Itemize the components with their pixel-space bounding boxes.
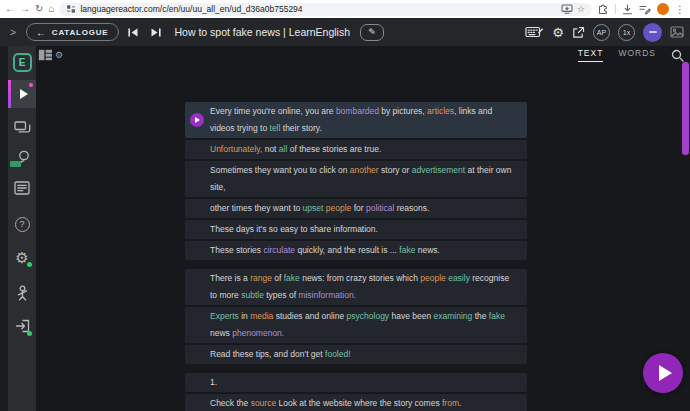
sidebar-item-account[interactable] — [11, 283, 33, 303]
account-status-button[interactable] — [643, 23, 662, 42]
highlighted-word[interactable]: articles — [427, 106, 454, 116]
highlighted-word[interactable]: examining — [434, 311, 473, 321]
sidebar-item-help[interactable]: ? — [11, 214, 33, 234]
catalogue-button[interactable]: ← CATALOGUE — [26, 23, 119, 41]
subtitle-line[interactable]: 1. — [185, 373, 527, 392]
extensions-puzzle-icon[interactable] — [597, 3, 609, 15]
status-dot — [27, 262, 32, 267]
browser-forward-icon[interactable]: → — [20, 4, 30, 14]
highlighted-word[interactable]: another — [350, 165, 379, 175]
bookmark-star-icon[interactable]: ☆ — [577, 4, 585, 14]
next-video-button[interactable] — [147, 25, 165, 40]
subtitle-settings-button[interactable] — [525, 25, 544, 39]
highlighted-word[interactable]: circulate — [263, 245, 295, 255]
subtitle-list: Every time you're online, you are bombar… — [185, 102, 527, 411]
highlighted-word[interactable]: range — [250, 273, 272, 283]
subtitle-line[interactable]: Sometimes they want you to click on anot… — [185, 161, 527, 197]
subtitle-line[interactable]: These stories circulate quickly, and the… — [185, 241, 527, 260]
screenshot-button[interactable] — [670, 26, 684, 38]
subtitle-line[interactable]: Experts in media studies and online psyc… — [185, 307, 527, 343]
highlighted-word[interactable]: Experts — [210, 311, 239, 321]
current-line-play-icon[interactable] — [190, 113, 204, 127]
subtitle-keyboard-icon — [525, 25, 544, 39]
text-token: reasons. — [394, 203, 429, 213]
playback-speed-button[interactable]: 1x — [618, 24, 635, 41]
highlighted-word[interactable]: from — [442, 398, 459, 408]
browser-reload-icon[interactable]: ↻ — [35, 4, 43, 14]
highlighted-word[interactable]: upset — [303, 203, 324, 213]
highlighted-word[interactable]: political — [366, 203, 394, 213]
sidebar-item-text-list[interactable] — [11, 178, 33, 198]
play-fab-button[interactable] — [643, 353, 683, 393]
tab-words[interactable]: WORDS — [618, 48, 656, 61]
previous-video-button[interactable] — [124, 25, 142, 40]
reading-list-icon[interactable] — [639, 4, 651, 15]
toolbar-divider — [615, 4, 616, 14]
highlighted-word[interactable]: people — [420, 273, 446, 283]
highlighted-word[interactable]: misinformation. — [298, 290, 356, 300]
profile-avatar[interactable] — [657, 3, 669, 15]
highlighted-word[interactable]: fooled! — [325, 349, 351, 359]
subtitle-line-current[interactable]: Every time you're online, you are bombar… — [185, 102, 527, 138]
expand-drawer-icon[interactable]: > — [0, 26, 26, 38]
edit-title-button[interactable]: ✎ — [360, 24, 384, 41]
highlighted-word[interactable]: easily — [448, 273, 470, 283]
settings-button[interactable]: ⚙ — [552, 26, 564, 39]
subtitle-line[interactable]: There is a range of fake news: from craz… — [185, 269, 527, 305]
address-bar[interactable]: languagereactor.com/c/en/uu/uu_all_en/ud… — [59, 3, 592, 16]
download-icon[interactable] — [622, 4, 633, 15]
subtitle-line[interactable]: Read these tips, and don't get fooled! — [185, 345, 527, 364]
sidebar-item-signout[interactable] — [11, 316, 33, 336]
text-token: have been — [389, 311, 433, 321]
skip-next-icon — [150, 27, 162, 38]
subtitle-line[interactable]: Unfortunately, not all of these stories … — [185, 140, 527, 159]
language-badge-label: E — [19, 57, 26, 68]
subtitle-line[interactable]: other times they want to upset people fo… — [185, 199, 527, 218]
export-button[interactable] — [572, 26, 585, 39]
sidebar-item-language[interactable]: E — [13, 53, 32, 72]
play-icon — [20, 89, 28, 99]
browser-back-icon[interactable]: ← — [5, 4, 15, 14]
sidebar-item-video-player[interactable] — [8, 80, 36, 108]
browser-menu-icon[interactable]: ⋮ — [675, 4, 685, 15]
person-icon — [15, 285, 30, 301]
highlighted-word[interactable]: bombarded — [336, 106, 379, 116]
play-icon — [659, 365, 672, 381]
text-token: story or — [379, 165, 412, 175]
highlighted-word[interactable]: psychology — [347, 311, 390, 321]
subtitle-line[interactable]: These days it's so easy to share informa… — [185, 220, 527, 239]
sidebar-item-chat[interactable] — [11, 118, 33, 138]
text-token: by pictures, — [379, 106, 427, 116]
send-to-device-icon[interactable] — [561, 4, 573, 14]
tab-text[interactable]: TEXT — [578, 48, 604, 62]
sidebar-item-settings[interactable]: ⚙ — [11, 247, 33, 267]
highlighted-word[interactable]: fake — [399, 245, 415, 255]
profile-initials-button[interactable]: AP — [593, 24, 610, 41]
highlighted-word[interactable]: source — [251, 398, 277, 408]
scrollbar-thumb[interactable] — [682, 62, 689, 155]
highlighted-word[interactable]: phenomenon. — [232, 328, 284, 338]
layout-settings-control[interactable]: ⚙ — [38, 49, 63, 61]
image-icon — [670, 26, 684, 38]
highlighted-word[interactable]: tell — [270, 123, 281, 133]
text-token: These days it's so easy to share informa… — [210, 224, 378, 234]
highlighted-word[interactable]: advertisement — [412, 165, 465, 175]
browser-home-icon[interactable]: ⌂ — [48, 4, 54, 14]
sidebar: E ? — [8, 46, 36, 411]
site-settings-icon[interactable] — [66, 4, 76, 14]
text-token: Sometimes they want you to click on — [210, 165, 350, 175]
highlighted-word[interactable]: fake — [489, 311, 505, 321]
text-token: Read these tips, and don't get — [210, 349, 325, 359]
search-button[interactable] — [671, 49, 684, 62]
highlighted-word[interactable]: people — [326, 203, 352, 213]
sidebar-item-pronunciation[interactable] — [11, 148, 33, 168]
text-token: not — [262, 144, 279, 154]
highlighted-word[interactable]: media — [250, 311, 273, 321]
text-token: the — [472, 311, 489, 321]
subtitle-line[interactable]: Check the source Look at the website whe… — [185, 394, 527, 411]
highlighted-word[interactable]: subtle — [241, 290, 264, 300]
highlighted-word[interactable]: fake — [284, 273, 300, 283]
highlighted-word[interactable]: Unfortunately, — [210, 144, 262, 154]
layout-grid-icon — [38, 49, 53, 61]
text-token: 1. — [210, 377, 217, 387]
